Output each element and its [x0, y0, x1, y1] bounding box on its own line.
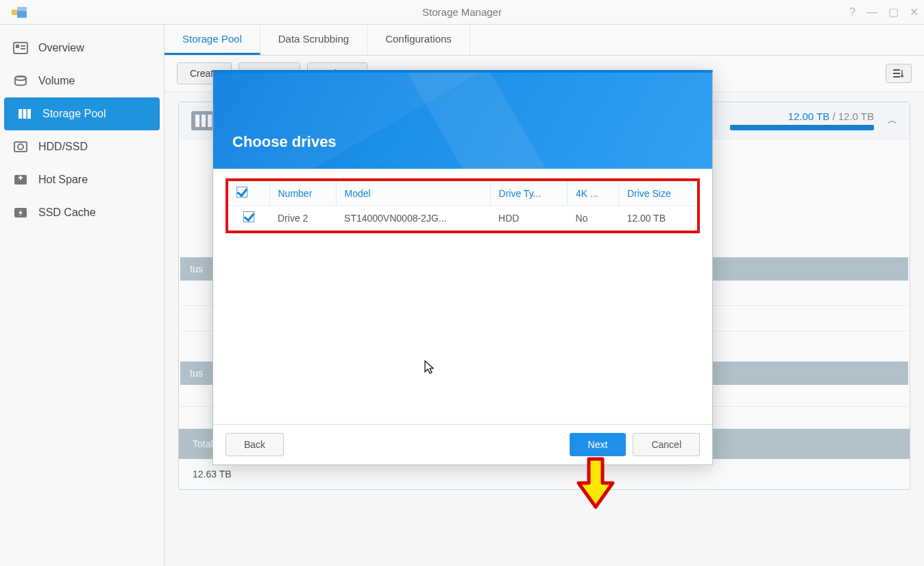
cell-drive-type: HDD [490, 206, 568, 231]
cell-model: ST14000VN0008-2JG... [336, 206, 490, 231]
drive-table: Number Model Drive Ty... 4K ... Drive Si… [228, 181, 697, 231]
dialog-footer: Back Next Cancel [213, 424, 712, 464]
dialog-title: Choose drives [232, 133, 337, 151]
checkbox-icon [236, 187, 247, 198]
back-button[interactable]: Back [226, 433, 284, 456]
cursor-icon [424, 359, 436, 375]
col-select-all[interactable] [228, 181, 269, 206]
dialog-body: Number Model Drive Ty... 4K ... Drive Si… [213, 169, 712, 424]
choose-drives-dialog: ✕ Choose drives Number Model Drive Ty...… [212, 70, 713, 465]
col-model[interactable]: Model [336, 181, 490, 206]
drive-row[interactable]: Drive 2 ST14000VN0008-2JG... HDD No 12.0… [228, 206, 697, 231]
drive-table-highlight: Number Model Drive Ty... 4K ... Drive Si… [226, 178, 700, 233]
col-drive-type[interactable]: Drive Ty... [490, 181, 568, 206]
col-number[interactable]: Number [269, 181, 336, 206]
col-4k[interactable]: 4K ... [568, 181, 619, 206]
col-drive-size[interactable]: Drive Size [618, 181, 697, 206]
cell-4k: No [568, 206, 619, 231]
cancel-button[interactable]: Cancel [633, 433, 700, 456]
next-button[interactable]: Next [570, 433, 627, 456]
cell-number: Drive 2 [269, 206, 336, 231]
row-checkbox[interactable] [243, 211, 254, 222]
dialog-header: Choose drives [213, 73, 712, 169]
cell-drive-size: 12.00 TB [618, 206, 697, 231]
